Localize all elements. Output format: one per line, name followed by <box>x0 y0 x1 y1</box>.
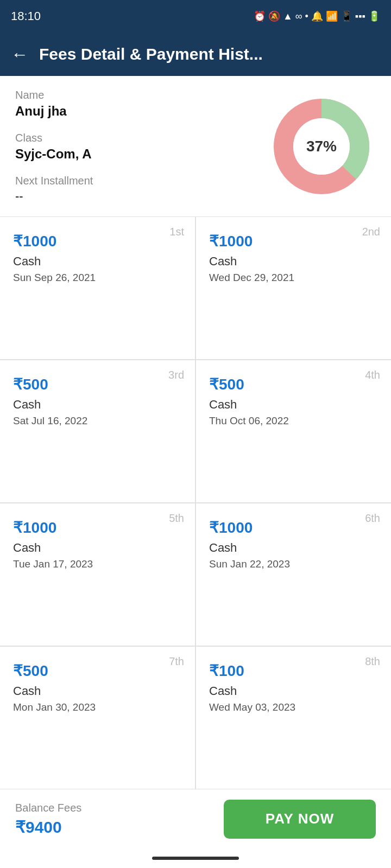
payment-amount: ₹500 <box>13 375 182 393</box>
payment-method: Cash <box>209 684 378 698</box>
payment-date: Thu Oct 06, 2022 <box>209 415 378 427</box>
profile-card: Name Anuj jha Class Syjc-Com, A Next Ins… <box>0 76 391 217</box>
payment-date: Wed Dec 29, 2021 <box>209 272 378 284</box>
donut-chart: 37% <box>267 92 376 201</box>
home-bar <box>152 857 239 860</box>
payment-date: Sat Jul 16, 2022 <box>13 415 182 427</box>
payment-amount: ₹1000 <box>209 232 378 250</box>
payment-card: 2nd₹1000CashWed Dec 29, 2021 <box>196 217 391 359</box>
header: ← Fees Detail & Payment Hist... <box>0 33 391 76</box>
payment-date: Sun Jan 22, 2023 <box>209 558 378 570</box>
class-value: Syjc-Com, A <box>15 146 267 162</box>
bottom-bar: Balance Fees ₹9400 PAY NOW <box>0 789 391 848</box>
payment-card: 3rd₹500CashSat Jul 16, 2022 <box>0 360 195 502</box>
page-title: Fees Detail & Payment Hist... <box>39 45 263 63</box>
payment-card: 5th₹1000CashTue Jan 17, 2023 <box>0 503 195 646</box>
installment-number: 4th <box>365 369 380 381</box>
payment-method: Cash <box>13 398 182 412</box>
back-button[interactable]: ← <box>11 44 28 65</box>
installment-number: 3rd <box>168 369 184 381</box>
payment-grid: 1st₹1000CashSun Sep 26, 20212nd₹1000Cash… <box>0 217 391 789</box>
installment-number: 6th <box>365 512 380 525</box>
payment-method: Cash <box>209 398 378 412</box>
installment-number: 2nd <box>362 226 380 238</box>
payment-method: Cash <box>13 541 182 555</box>
payment-card: 1st₹1000CashSun Sep 26, 2021 <box>0 217 195 359</box>
payment-method: Cash <box>13 684 182 698</box>
profile-info: Name Anuj jha Class Syjc-Com, A Next Ins… <box>15 89 267 203</box>
status-icons: ⏰ 🔕 ▲ ∞ • 🔔 📶 📱 ▪▪▪ 🔋 <box>254 10 380 22</box>
payment-amount: ₹500 <box>209 375 378 393</box>
class-label: Class <box>15 132 267 144</box>
next-installment-value: -- <box>15 189 267 203</box>
installment-number: 5th <box>169 512 184 525</box>
payment-date: Sun Sep 26, 2021 <box>13 272 182 284</box>
balance-amount: ₹9400 <box>15 818 62 837</box>
signal-icons: ⏰ 🔕 ▲ ∞ • 🔔 📶 📱 ▪▪▪ 🔋 <box>254 10 380 22</box>
payment-card: 6th₹1000CashSun Jan 22, 2023 <box>196 503 391 646</box>
name-value: Anuj jha <box>15 104 267 119</box>
next-installment-label: Next Installment <box>15 175 267 187</box>
payment-card: 4th₹500CashThu Oct 06, 2022 <box>196 360 391 502</box>
payment-method: Cash <box>13 254 182 269</box>
payment-method: Cash <box>209 541 378 555</box>
name-label: Name <box>15 89 267 101</box>
status-time: 18:10 <box>11 9 41 23</box>
payment-amount: ₹1000 <box>209 519 378 537</box>
installment-number: 1st <box>169 226 184 238</box>
balance-section: Balance Fees ₹9400 <box>15 802 224 837</box>
payment-card: 8th₹100CashWed May 03, 2023 <box>196 647 391 789</box>
pay-now-button[interactable]: PAY NOW <box>224 800 376 839</box>
chart-percentage: 37% <box>306 138 337 155</box>
payment-amount: ₹500 <box>13 662 182 680</box>
payment-amount: ₹1000 <box>13 232 182 250</box>
status-bar: 18:10 ⏰ 🔕 ▲ ∞ • 🔔 📶 📱 ▪▪▪ 🔋 <box>0 0 391 33</box>
payment-amount: ₹1000 <box>13 519 182 537</box>
payment-amount: ₹100 <box>209 662 378 680</box>
payment-date: Mon Jan 30, 2023 <box>13 701 182 713</box>
home-indicator <box>0 848 391 868</box>
payment-card: 7th₹500CashMon Jan 30, 2023 <box>0 647 195 789</box>
installment-number: 8th <box>365 655 380 668</box>
payment-method: Cash <box>209 254 378 269</box>
payment-date: Tue Jan 17, 2023 <box>13 558 182 570</box>
installment-number: 7th <box>169 655 184 668</box>
balance-label: Balance Fees <box>15 802 81 814</box>
payment-date: Wed May 03, 2023 <box>209 701 378 713</box>
